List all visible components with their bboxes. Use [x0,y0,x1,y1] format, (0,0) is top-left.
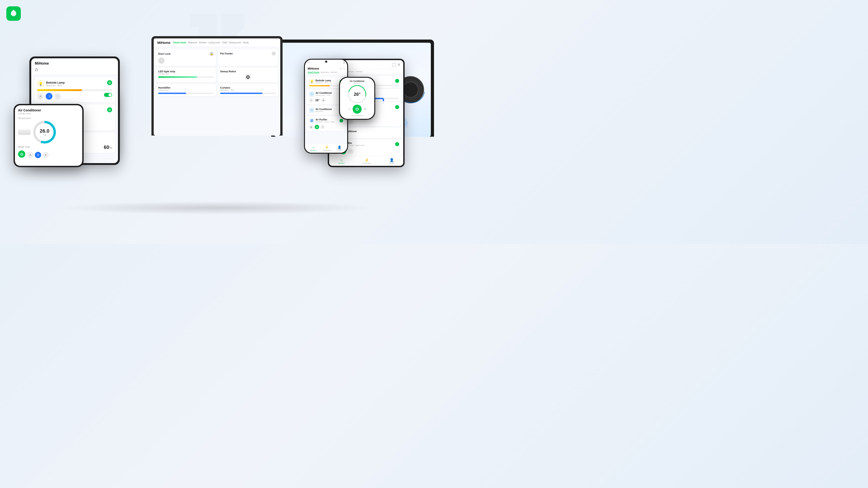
temp-gauge: 26.0 ° ❄ [33,121,56,143]
st-header: MiHome ⌂ [31,58,118,75]
phone-nav-automation-icon: ⚡ [325,145,329,149]
phone-purifier-icon: 🌀 [309,118,314,123]
petfeeder-btn[interactable] [272,52,276,56]
laptop-led-fill [158,76,197,78]
phone-nav-mihome[interactable]: ⌂ Mi home [310,145,316,151]
phone-battery: ▐ [343,61,344,64]
phone-ac-bedroom-icon: ❄️ [309,107,314,113]
lamp-actions: A ☽ ♡ [37,93,112,100]
phone-nav-profile[interactable]: 👤 Profile [337,145,342,151]
st-title: MiHome [35,61,114,66]
phone-nav-tabs: Smart home Bedroom Kitchen [308,70,344,74]
rt-nav-kitchen[interactable]: Kitchen [356,70,363,73]
lamp-btn-heart[interactable]: ♡ [54,93,61,100]
phone-card-purifier-header: 🌀 Air Purifier Bedroom · Good · Night [309,118,343,123]
laptop-card-curtains-title: Curtains [220,86,276,89]
watch-screen: Air Conditioner Bedroom 26° − ⏻ + Air Co… [340,78,374,119]
phone-lamp-title: Bedside Lamp [315,79,331,82]
device-shadow [59,201,375,215]
laptop-nav-diningroom[interactable]: Dining room [229,41,241,44]
laptop-card-humidifier-sub: Living room [158,89,214,91]
laptop-nav-kitchen[interactable]: Kitchen [199,41,207,44]
lamp-title: Bedside Lamp [46,81,65,84]
phone-ac-living-temp: 26° [315,99,319,102]
ac-ctrl-temp-label: Temperature [18,117,79,120]
phone-purifier-power[interactable] [340,119,343,123]
lamp-icon: 💡 [37,80,44,88]
phone-purifier-btn-active[interactable]: ◉ [315,125,319,129]
rt-curtains-handle[interactable] [383,98,384,101]
phone-nav-home-label: Mi home [310,150,316,151]
laptop-device: MiHome Smart home Bedroom Kitchen Living… [151,36,283,135]
rt-nav-automation[interactable]: ⚡ Automation [363,158,371,164]
laptop-title: MiHome [157,41,170,44]
app-icon [6,6,21,21]
phone-tab-kitchen[interactable]: Kitchen [331,71,337,74]
robot-btn[interactable]: ⏻ [245,74,251,80]
phone-lamp-icon: 💡 [309,79,314,84]
phone-ac-living-minus[interactable]: − [309,98,313,103]
watch-controls: − ⏻ + [348,105,366,113]
phone-app-title: MiHome [308,67,319,70]
watch-minus-btn[interactable]: − [348,107,350,111]
watch-crown [375,88,375,94]
ac-mode-cool[interactable]: ❄ [35,152,41,158]
ac-unit-small [18,129,31,135]
phone-ac-living-plus[interactable]: + [321,98,326,103]
laptop-nav-livingroom[interactable]: Living room [209,41,220,44]
phone-time: 9:41 [308,62,311,63]
phone-tab-bedroom[interactable]: Bedroom [321,71,329,74]
laptop-nav-study[interactable]: Study [243,41,249,44]
watch-ac-label: Air Conditioner [351,115,363,117]
ac-power-row: ⏻ A ❄ ☀ [18,150,79,158]
watch-power-btn[interactable]: ⏻ [352,105,362,113]
rt-purifier-power[interactable] [395,142,399,146]
phone-plus-icon[interactable]: + [343,67,344,70]
phone-tab-smarthome[interactable]: Smart home [308,71,319,74]
watch-plus-btn[interactable]: + [364,107,366,111]
ac-controller: Air Conditioner Living room Temperature … [13,104,84,167]
ac-ctrl-title: Air Conditioner [18,108,79,112]
phone-header: MiHome ▢ + Smart home Bedroom Kitchen [305,65,347,75]
rt-nav-profile-label: Profile [390,162,394,164]
rt-window-btn[interactable] [392,63,396,67]
lamp-power-dot[interactable]: ⏻ [107,80,112,85]
temp-gauge-value: 26.0 [40,128,50,134]
laptop-nav-toilet[interactable]: Toilet [222,41,227,44]
ac-power-btn[interactable]: ⏻ [18,151,25,158]
lamp-bar-fill [37,89,82,91]
lamp-btn-a[interactable]: A [37,93,44,100]
phone-bottom-nav: ⌂ Mi home ⚡ Automation 👤 Profile [305,144,347,153]
ac-mode-btns: A ❄ ☀ [27,152,49,158]
phone-purifier-sub: Bedroom · Good · Night [315,121,335,123]
rt-nav-automation-icon: ⚡ [365,158,369,162]
phone-nav-automation[interactable]: ⚡ Automation [323,145,331,151]
rt-nav-profile[interactable]: 👤 Profile [390,158,394,164]
rt-ac-living-power[interactable] [395,105,399,109]
ac-mode-value: Cool [25,146,30,148]
laptop-card-doorlock: Door Lock 🔒 [156,49,216,66]
rt-nav-mihome-label: Mi home [338,162,344,164]
ac-mode-sun[interactable]: ☀ [42,152,49,158]
purifier-power-dot[interactable]: ⏻ [107,107,112,112]
watch-temp-val: 26° [354,92,361,97]
rt-nav-profile-icon: 👤 [390,158,394,162]
lamp-btn-moon[interactable]: ☽ [46,93,53,100]
laptop-card-humidifier-title: Humidifier [158,86,214,89]
phone-purifier-btn-heart[interactable]: ♡ [320,125,325,129]
rt-purifier-btn-heart[interactable]: ♡ [348,149,353,154]
laptop-card-led: LED light strip Living room [156,68,216,82]
rt-nav-mihome[interactable]: ⌂ Mi home [338,158,344,164]
ac-mode-a[interactable]: A [27,152,33,158]
lamp-toggle[interactable] [104,93,112,97]
rt-lamp-power[interactable] [395,79,399,83]
laptop-nav-smarthome[interactable]: Smart home [173,41,186,44]
laptop-nav-bedroom[interactable]: Bedroom [188,41,197,44]
rt-menu-btn[interactable]: ≡ [398,62,400,67]
laptop-card-robot: Sweep Robot ⏻ [218,68,278,82]
phone-purifier-btn-a[interactable]: A [309,125,313,129]
temp-gauge-unit: ° [43,134,44,136]
lamp-sub: Bedroom - 60% [46,84,65,87]
doorlock-action-btn[interactable] [158,57,164,64]
laptop-content: Door Lock 🔒 Pet Feeder LED [154,47,280,98]
